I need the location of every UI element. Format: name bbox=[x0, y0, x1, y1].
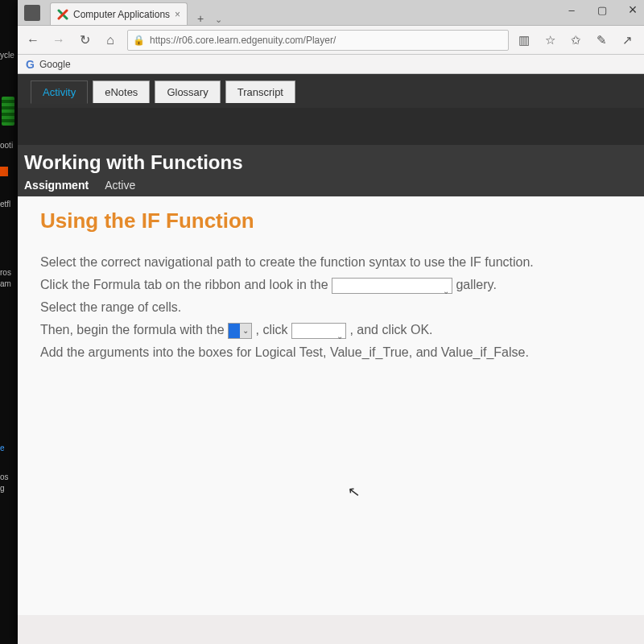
left-fragment: os bbox=[0, 472, 18, 483]
x-logo-icon bbox=[57, 9, 68, 20]
gallery-dropdown[interactable]: ⌄ bbox=[332, 278, 452, 294]
add-favorite-icon[interactable]: ✩ bbox=[568, 33, 583, 47]
instruction-line-1: Select the correct navigational path to … bbox=[40, 251, 628, 274]
window-minimize-button[interactable]: – bbox=[565, 3, 578, 16]
lesson-shell: Activity eNotes Glossary Transcript Work… bbox=[18, 74, 644, 196]
subtab-active-label: Active bbox=[105, 179, 135, 192]
left-fragment: ooti bbox=[0, 140, 18, 151]
photo-of-screen: ycle ooti N etfl ros am e os g Computer … bbox=[0, 0, 644, 644]
tabs-dropdown-icon[interactable]: ⌄ bbox=[212, 14, 225, 25]
formula-start-dropdown[interactable]: ⌄ bbox=[228, 323, 252, 339]
chevron-down-icon: ⌄ bbox=[336, 325, 343, 348]
lesson-title: Working with Functions bbox=[24, 151, 636, 174]
chevron-down-icon: ⌄ bbox=[240, 324, 251, 338]
url-text: https://r06.core.learn.edgenuity.com/Pla… bbox=[150, 35, 336, 46]
left-fragment: e bbox=[0, 443, 18, 454]
text-segment: Then, begin the formula with the bbox=[40, 323, 228, 336]
bookmarks-bar: G Google bbox=[18, 55, 644, 74]
bookmark-google[interactable]: Google bbox=[39, 59, 71, 70]
text-segment: Click the Formula tab on the ribbon and … bbox=[40, 278, 332, 291]
lesson-tabs-spacer bbox=[18, 108, 644, 145]
left-fragment: g bbox=[0, 483, 18, 494]
browser-window: Computer Applications × + ⌄ – ▢ × ← → ↻ … bbox=[18, 0, 644, 644]
google-favicon: G bbox=[26, 58, 35, 71]
tab-enotes[interactable]: eNotes bbox=[93, 80, 150, 103]
window-maximize-button[interactable]: ▢ bbox=[596, 3, 609, 16]
lesson-header: Working with Functions Assignment Active bbox=[18, 145, 644, 196]
browser-tabstrip: Computer Applications × + ⌄ – ▢ × bbox=[18, 0, 644, 26]
favorite-star-icon[interactable]: ☆ bbox=[543, 33, 557, 47]
address-bar[interactable]: 🔒 https://r06.core.learn.edgenuity.com/P… bbox=[127, 30, 509, 51]
click-target-dropdown[interactable]: ⌄ bbox=[291, 323, 346, 339]
left-fragment: am bbox=[0, 279, 18, 290]
back-button[interactable]: ← bbox=[24, 31, 42, 49]
instruction-line-3: Select the range of cells. bbox=[40, 296, 628, 319]
browser-tab-active[interactable]: Computer Applications × bbox=[50, 2, 188, 25]
left-fragment: ros bbox=[0, 267, 18, 279]
lesson-subtabs: Assignment Active bbox=[24, 179, 636, 192]
tab-activity[interactable]: Activity bbox=[31, 80, 88, 104]
lock-icon: 🔒 bbox=[133, 35, 145, 46]
browser-toolbar: ← → ↻ ⌂ 🔒 https://r06.core.learn.edgenui… bbox=[18, 26, 644, 55]
text-segment: gallery. bbox=[456, 278, 496, 291]
content-title: Using the IF Function bbox=[40, 209, 628, 232]
lesson-tabs-row: Activity eNotes Glossary Transcript bbox=[18, 74, 644, 108]
text-segment: , and click OK. bbox=[349, 323, 432, 336]
subtab-assignment[interactable]: Assignment bbox=[24, 179, 89, 192]
tab-glossary[interactable]: Glossary bbox=[155, 80, 220, 103]
instruction-line-2: Click the Formula tab on the ribbon and … bbox=[40, 274, 628, 296]
window-corner-icon bbox=[24, 5, 40, 21]
window-controls: – ▢ × bbox=[565, 3, 639, 16]
notes-icon[interactable]: ✎ bbox=[594, 33, 609, 47]
window-close-button[interactable]: × bbox=[626, 3, 639, 16]
home-button[interactable]: ⌂ bbox=[101, 31, 119, 49]
refresh-button[interactable]: ↻ bbox=[76, 31, 93, 49]
tab-transcript[interactable]: Transcript bbox=[225, 80, 295, 103]
tab-title: Computer Applications bbox=[73, 9, 170, 20]
new-tab-button[interactable]: + bbox=[192, 12, 208, 25]
left-fragment: ycle bbox=[0, 50, 18, 61]
tab-close-icon[interactable]: × bbox=[175, 9, 180, 20]
left-fragment: etfl bbox=[0, 199, 18, 210]
instruction-line-4: Then, begin the formula with the ⌄ , cli… bbox=[40, 319, 628, 341]
forward-button[interactable]: → bbox=[50, 31, 68, 49]
reading-view-icon[interactable]: ▥ bbox=[517, 33, 531, 47]
left-fragment: N bbox=[0, 167, 18, 178]
chevron-down-icon: ⌄ bbox=[443, 280, 449, 303]
taskbar-icon-fragment bbox=[2, 97, 14, 126]
toolbar-right: ▥ ☆ ✩ ✎ ↗ bbox=[517, 33, 638, 47]
share-icon[interactable]: ↗ bbox=[620, 33, 634, 47]
instruction-line-5: Add the arguments into the boxes for Log… bbox=[40, 341, 628, 364]
content-pane: Using the IF Function Select the correct… bbox=[18, 196, 644, 615]
text-segment: , click bbox=[255, 323, 291, 336]
